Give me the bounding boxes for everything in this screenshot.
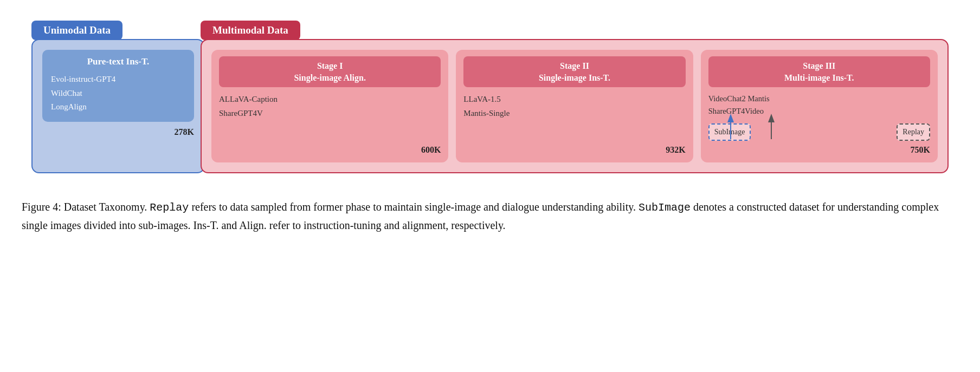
stage3-box: Stage III Multi-image Ins-T. VideoChat2 … [701, 50, 938, 162]
multimodal-section: Multimodal Data Stage I Single-image Ali… [201, 21, 949, 173]
unimodal-outer-box: Pure-text Ins-T. Evol-instruct-GPT4 Wild… [31, 39, 205, 173]
stage1-items: ALLaVA-Caption ShareGPT4V [219, 93, 441, 141]
subimage-box: SubImage [708, 123, 751, 141]
unimodal-section: Unimodal Data Pure-text Ins-T. Evol-inst… [31, 21, 205, 173]
stage1-count: 600K [219, 145, 441, 155]
replay-box: Replay [897, 123, 930, 141]
caption-subimage-word: SubImage [639, 201, 691, 214]
figure-num: Figure 4: [22, 201, 61, 213]
stage3-title: Stage III Multi-image Ins-T. [708, 56, 930, 87]
caption-replay-word: Replay [150, 201, 189, 214]
unimodal-count: 278K [42, 127, 194, 137]
stage2-count: 932K [463, 145, 685, 155]
figure-caption: Figure 4: Dataset Taxonomy. Replay refer… [22, 198, 954, 234]
stage2-items: LLaVA-1.5 Mantis-Single [463, 93, 685, 141]
stage3-special-row: SubImage Replay [708, 123, 930, 141]
stage2-title: Stage II Single-image Ins-T. [463, 56, 685, 87]
stage3-count: 750K [708, 145, 930, 155]
unimodal-label: Unimodal Data [31, 21, 122, 40]
multimodal-label: Multimodal Data [201, 21, 300, 40]
stage1-title: Stage I Single-image Align. [219, 56, 441, 87]
pure-text-title: Pure-text Ins-T. [51, 56, 185, 67]
pure-text-box: Pure-text Ins-T. Evol-instruct-GPT4 Wild… [42, 50, 194, 122]
pure-text-item-2: WildChat [51, 87, 185, 101]
stage1-box: Stage I Single-image Align. ALLaVA-Capti… [211, 50, 448, 162]
pure-text-item-3: LongAlign [51, 100, 185, 114]
multimodal-outer-box: Stage I Single-image Align. ALLaVA-Capti… [201, 39, 949, 173]
stage2-box: Stage II Single-image Ins-T. LLaVA-1.5 M… [456, 50, 693, 162]
caption-text1: Dataset Taxonomy. [64, 201, 150, 213]
pure-text-item-1: Evol-instruct-GPT4 [51, 73, 185, 87]
caption-text2: refers to data sampled from former phase… [189, 201, 639, 213]
pure-text-items: Evol-instruct-GPT4 WildChat LongAlign [51, 73, 185, 114]
stage3-items: VideoChat2 Mantis ShareGPT4Video SubImag… [708, 93, 930, 141]
